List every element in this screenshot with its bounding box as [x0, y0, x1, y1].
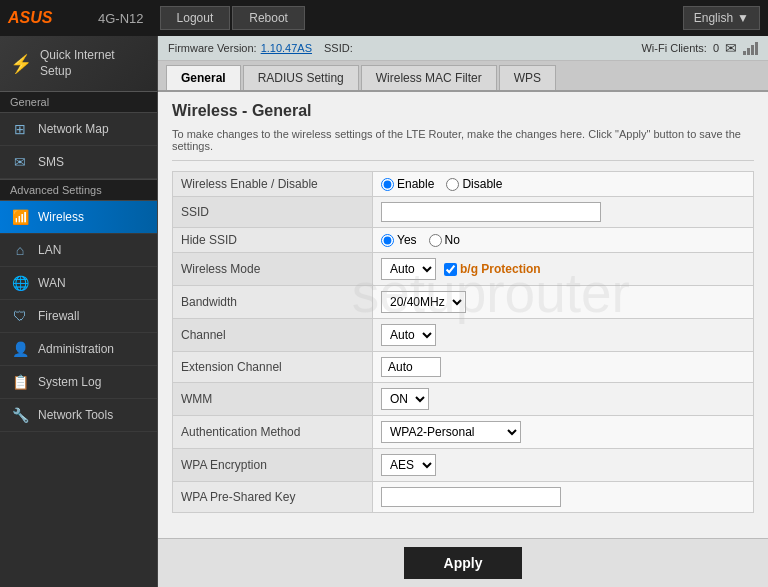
extension-channel-input[interactable] — [381, 357, 441, 377]
sidebar: ⚡ General Quick InternetSetup General ⊞ … — [0, 36, 158, 587]
enable-disable-radio-group: Enable Disable — [381, 177, 745, 191]
sidebar-item-lan[interactable]: ⌂ LAN — [0, 234, 157, 267]
sidebar-section-general: General — [0, 92, 157, 113]
settings-table: Wireless Enable / Disable Enable Disable… — [172, 171, 754, 513]
hide-ssid-yes-radio[interactable] — [381, 234, 394, 247]
tab-radius-setting[interactable]: RADIUS Setting — [243, 65, 359, 90]
bandwidth-select[interactable]: 20/40MHz — [381, 291, 466, 313]
wifi-clients-label: Wi-Fi Clients: — [641, 42, 706, 54]
sidebar-item-wan[interactable]: 🌐 WAN — [0, 267, 157, 300]
disable-radio[interactable] — [446, 178, 459, 191]
wpa-encryption-select[interactable]: AES — [381, 454, 436, 476]
page-title: Wireless - General — [172, 102, 754, 120]
sidebar-item-label: LAN — [38, 243, 61, 257]
field-label: Bandwidth — [173, 286, 373, 319]
sidebar-item-administration[interactable]: 👤 Administration — [0, 333, 157, 366]
wireless-icon: 📶 — [10, 209, 30, 225]
network-tools-icon: 🔧 — [10, 407, 30, 423]
ssid-input[interactable] — [381, 202, 601, 222]
sidebar-item-label: Network Map — [38, 122, 109, 136]
main-content: Firmware Version: 1.10.47AS SSID: Wi-Fi … — [158, 36, 768, 587]
sidebar-item-label: System Log — [38, 375, 101, 389]
sidebar-item-label: SMS — [38, 155, 64, 169]
field-label: Extension Channel — [173, 352, 373, 383]
field-value: ON — [373, 383, 754, 416]
field-value — [373, 352, 754, 383]
sidebar-item-network-map[interactable]: ⊞ Network Map — [0, 113, 157, 146]
field-label: Channel — [173, 319, 373, 352]
firmware-version[interactable]: 1.10.47AS — [261, 42, 312, 54]
channel-select[interactable]: Auto — [381, 324, 436, 346]
sidebar-item-quick-setup[interactable]: ⚡ General Quick InternetSetup — [0, 36, 157, 92]
field-label: SSID — [173, 197, 373, 228]
table-row: Channel Auto — [173, 319, 754, 352]
sidebar-item-label: Network Tools — [38, 408, 113, 422]
bg-protection-checkbox[interactable] — [444, 263, 457, 276]
field-label: Wireless Enable / Disable — [173, 172, 373, 197]
reboot-button[interactable]: Reboot — [232, 6, 305, 30]
field-label: Authentication Method — [173, 416, 373, 449]
table-row: Extension Channel — [173, 352, 754, 383]
model-label: 4G-N12 — [98, 11, 144, 26]
sidebar-item-label: WAN — [38, 276, 66, 290]
enable-radio[interactable] — [381, 178, 394, 191]
system-log-icon: 📋 — [10, 374, 30, 390]
field-value: AES — [373, 449, 754, 482]
bg-protection-checkbox-label[interactable]: b/g Protection — [444, 262, 541, 276]
table-row: WMM ON — [173, 383, 754, 416]
yes-radio-label[interactable]: Yes — [381, 233, 417, 247]
hide-ssid-radio-group: Yes No — [381, 233, 745, 247]
apply-button[interactable]: Apply — [404, 547, 523, 579]
table-row: WPA Pre-Shared Key — [173, 482, 754, 513]
administration-icon: 👤 — [10, 341, 30, 357]
language-selector[interactable]: English ▼ — [683, 6, 760, 30]
page-description: To make changes to the wireless settings… — [172, 128, 754, 161]
field-value: Auto b/g Protection — [373, 253, 754, 286]
sidebar-item-wireless[interactable]: 📶 Wireless — [0, 201, 157, 234]
tab-general[interactable]: General — [166, 65, 241, 90]
sidebar-item-system-log[interactable]: 📋 System Log — [0, 366, 157, 399]
table-row: Hide SSID Yes No — [173, 228, 754, 253]
wmm-select[interactable]: ON — [381, 388, 429, 410]
network-map-icon: ⊞ — [10, 121, 30, 137]
sidebar-item-network-tools[interactable]: 🔧 Network Tools — [0, 399, 157, 432]
tabs-bar: General RADIUS Setting Wireless MAC Filt… — [158, 61, 768, 92]
sidebar-item-sms[interactable]: ✉ SMS — [0, 146, 157, 179]
wireless-mode-select[interactable]: Auto — [381, 258, 436, 280]
field-label: Wireless Mode — [173, 253, 373, 286]
field-value: 20/40MHz — [373, 286, 754, 319]
tab-wireless-mac-filter[interactable]: Wireless MAC Filter — [361, 65, 497, 90]
sidebar-section-advanced: Advanced Settings — [0, 179, 157, 201]
sidebar-item-label: Administration — [38, 342, 114, 356]
tab-wps[interactable]: WPS — [499, 65, 556, 90]
auth-method-select[interactable]: WPA2-Personal — [381, 421, 521, 443]
quick-setup-icon: ⚡ — [10, 53, 32, 75]
apply-bar: Apply — [158, 538, 768, 587]
mail-icon: ✉ — [725, 40, 737, 56]
table-row: Authentication Method WPA2-Personal — [173, 416, 754, 449]
table-row: Wireless Enable / Disable Enable Disable — [173, 172, 754, 197]
logo: ASUS — [8, 9, 98, 27]
no-radio-label[interactable]: No — [429, 233, 460, 247]
wan-icon: 🌐 — [10, 275, 30, 291]
field-label: WMM — [173, 383, 373, 416]
ssid-label: SSID: — [324, 42, 353, 54]
table-row: Bandwidth 20/40MHz — [173, 286, 754, 319]
field-value: Auto — [373, 319, 754, 352]
sidebar-item-label: Firewall — [38, 309, 79, 323]
wpa-preshared-key-input[interactable] — [381, 487, 561, 507]
sidebar-item-firewall[interactable]: 🛡 Firewall — [0, 300, 157, 333]
logout-button[interactable]: Logout — [160, 6, 231, 30]
field-label: Hide SSID — [173, 228, 373, 253]
table-row: WPA Encryption AES — [173, 449, 754, 482]
enable-radio-label[interactable]: Enable — [381, 177, 434, 191]
hide-ssid-no-radio[interactable] — [429, 234, 442, 247]
lan-icon: ⌂ — [10, 242, 30, 258]
sms-icon: ✉ — [10, 154, 30, 170]
field-value — [373, 197, 754, 228]
signal-bars — [743, 41, 758, 55]
page-body: setuprouter Wireless - General To make c… — [158, 92, 768, 538]
firmware-label: Firmware Version: — [168, 42, 257, 54]
sidebar-item-label: Wireless — [38, 210, 84, 224]
disable-radio-label[interactable]: Disable — [446, 177, 502, 191]
